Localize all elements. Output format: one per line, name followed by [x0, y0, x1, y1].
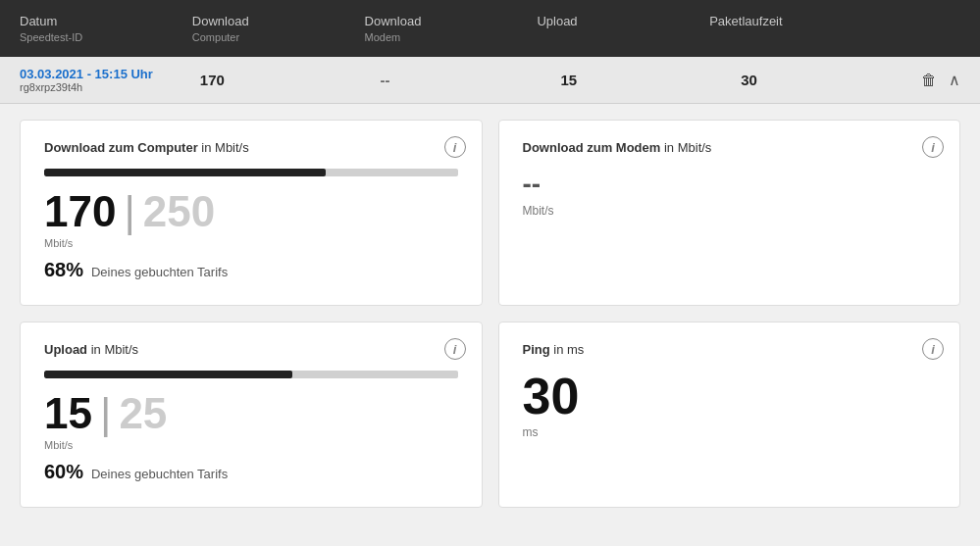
row-upload-col: 15	[560, 72, 741, 88]
ping-unit: ms	[523, 425, 937, 439]
header-dl-computer-title: Download	[192, 14, 365, 28]
card-dl-modem-title: Download zum Modem in Mbit/s	[523, 140, 937, 155]
percent-row-dl-computer: 68% Deines gebuchten Tarifs	[44, 259, 458, 281]
modem-unit: Mbit/s	[523, 204, 937, 218]
row-date: 03.03.2021 - 15:15 Uhr	[20, 67, 200, 81]
card-dl-computer-title-suffix: in Mbit/s	[198, 140, 249, 155]
cards-grid: Download zum Computer in Mbit/s i 170 | …	[0, 104, 980, 523]
percent-desc-dl-computer: Deines gebuchten Tarifs	[91, 265, 228, 279]
big-values-dl-computer: 170 | 250	[44, 190, 458, 233]
progress-bar-upload	[44, 371, 458, 378]
card-dl-computer-title: Download zum Computer in Mbit/s	[44, 140, 458, 155]
row-id: rg8xrpz39t4h	[20, 81, 200, 93]
header-col-upload: Upload	[537, 14, 709, 28]
data-row: 03.03.2021 - 15:15 Uhr rg8xrpz39t4h 170 …	[0, 57, 980, 104]
delete-icon[interactable]: 🗑	[921, 72, 937, 89]
info-button-upload[interactable]: i	[444, 338, 466, 360]
row-dl-modem-col: --	[381, 72, 561, 88]
row-dl-modem-value: --	[381, 72, 561, 88]
percent-value-upload: 60%	[44, 461, 83, 482]
info-button-dl-computer[interactable]: i	[444, 136, 466, 158]
card-ping: Ping in ms i 30 ms	[498, 322, 961, 508]
card-upload-title-suffix: in Mbit/s	[87, 342, 138, 357]
card-ping-title-bold: Ping	[523, 342, 550, 357]
chevron-up-icon[interactable]: ∧	[949, 71, 960, 89]
unit-dl-computer: Mbit/s	[44, 237, 458, 249]
row-date-col: 03.03.2021 - 15:15 Uhr rg8xrpz39t4h	[20, 67, 200, 93]
row-dl-computer-col: 170	[200, 72, 381, 88]
card-upload-title-bold: Upload	[44, 342, 87, 357]
row-actions: 🗑 ∧	[921, 71, 960, 89]
header-dl-computer-subtitle: Computer	[192, 31, 365, 43]
header-dl-modem-subtitle: Modem	[365, 31, 538, 43]
separator-upload: |	[100, 392, 111, 435]
row-paket-col: 30	[741, 72, 921, 88]
card-dl-modem-title-bold: Download zum Modem	[523, 140, 661, 155]
separator-dl-computer: |	[124, 190, 134, 233]
card-dl-modem-title-suffix: in Mbit/s	[660, 140, 711, 155]
percent-row-upload: 60% Deines gebuchten Tarifs	[44, 461, 458, 483]
progress-fill-upload	[44, 371, 292, 378]
max-value-upload: 25	[119, 392, 167, 435]
card-download-modem: Download zum Modem in Mbit/s i -- Mbit/s	[498, 120, 961, 306]
header-col-paketlaufzeit: Paketlaufzeit	[709, 14, 882, 28]
card-ping-title: Ping in ms	[523, 342, 937, 357]
percent-desc-upload: Deines gebuchten Tarifs	[91, 467, 228, 481]
unit-upload: Mbit/s	[44, 439, 458, 451]
header-col-datum: Datum Speedtest-ID	[20, 14, 192, 43]
header-upload-title: Upload	[537, 14, 709, 28]
header-dl-modem-title: Download	[365, 14, 538, 28]
card-download-computer: Download zum Computer in Mbit/s i 170 | …	[20, 120, 483, 306]
card-ping-title-suffix: in ms	[550, 342, 585, 357]
card-upload-title: Upload in Mbit/s	[44, 342, 458, 357]
actual-value-upload: 15	[44, 392, 92, 435]
percent-value-dl-computer: 68%	[44, 259, 83, 280]
info-button-dl-modem[interactable]: i	[922, 136, 944, 158]
header-col-download-computer: Download Computer	[192, 14, 365, 43]
header-paket-title: Paketlaufzeit	[709, 14, 882, 28]
big-values-upload: 15 | 25	[44, 392, 458, 435]
info-button-ping[interactable]: i	[922, 338, 944, 360]
header-datum-subtitle: Speedtest-ID	[20, 31, 192, 43]
progress-bar-dl-computer	[44, 169, 458, 176]
row-dl-computer-value: 170	[200, 72, 381, 88]
row-paket-value: 30	[741, 72, 921, 88]
max-value-dl-computer: 250	[143, 190, 215, 233]
table-header: Datum Speedtest-ID Download Computer Dow…	[0, 0, 980, 57]
card-upload: Upload in Mbit/s i 15 | 25 Mbit/s 60% De…	[20, 322, 483, 508]
actual-value-dl-computer: 170	[44, 190, 116, 233]
card-dl-computer-title-bold: Download zum Computer	[44, 140, 198, 155]
row-upload-value: 15	[560, 72, 741, 88]
progress-fill-dl-computer	[44, 169, 326, 176]
ping-value: 30	[523, 371, 937, 422]
header-col-download-modem: Download Modem	[365, 14, 538, 43]
modem-dash-value: --	[523, 169, 937, 200]
header-datum-title: Datum	[20, 14, 192, 28]
